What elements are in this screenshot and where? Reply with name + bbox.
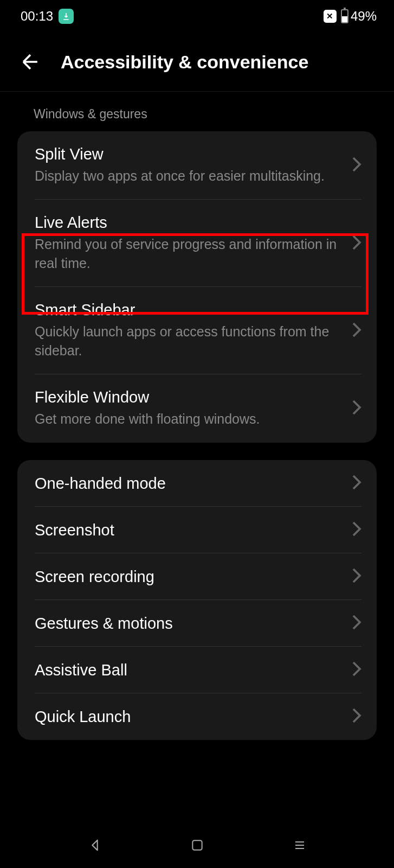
- chevron-right-icon: [352, 521, 361, 539]
- item-description: Display two apps at once for easier mult…: [35, 167, 341, 186]
- nav-back-button[interactable]: [84, 834, 106, 856]
- chevron-right-icon: [352, 322, 361, 340]
- page-title: Accessibility & convenience: [61, 52, 308, 73]
- item-title: Smart Sidebar: [35, 301, 341, 319]
- download-icon: [59, 9, 74, 24]
- item-description: Remind you of service progress and infor…: [35, 235, 341, 273]
- item-title: Screenshot: [35, 521, 341, 539]
- card-windows-gestures: Split View Display two apps at once for …: [17, 131, 377, 443]
- chevron-right-icon: [352, 156, 361, 175]
- item-title: Live Alerts: [35, 214, 341, 232]
- battery-icon: [341, 9, 348, 23]
- chevron-right-icon: [352, 661, 361, 679]
- item-screenshot[interactable]: Screenshot: [17, 507, 377, 553]
- item-flexible-window[interactable]: Flexible Window Get more done with float…: [17, 374, 377, 443]
- nav-home-button[interactable]: [186, 834, 208, 856]
- battery-indicator: 49%: [341, 9, 377, 24]
- section-label-windows: Windows & gestures: [0, 92, 394, 131]
- item-description: Quickly launch apps or access functions …: [35, 322, 341, 360]
- page-header: Accessibility & convenience: [0, 33, 394, 92]
- nav-recent-button[interactable]: [289, 834, 311, 856]
- item-title: Assistive Ball: [35, 661, 341, 679]
- chevron-right-icon: [352, 614, 361, 633]
- status-time: 00:13: [21, 9, 53, 24]
- navigation-bar: [0, 822, 394, 868]
- item-title: Gestures & motions: [35, 615, 341, 633]
- item-assistive-ball[interactable]: Assistive Ball: [17, 647, 377, 693]
- item-split-view[interactable]: Split View Display two apps at once for …: [17, 131, 377, 200]
- status-left: 00:13: [21, 9, 74, 24]
- item-quick-launch[interactable]: Quick Launch: [17, 693, 377, 740]
- item-one-handed-mode[interactable]: One-handed mode: [17, 460, 377, 507]
- item-title: One-handed mode: [35, 475, 341, 493]
- chevron-right-icon: [352, 707, 361, 726]
- no-sim-icon: ✕: [324, 10, 337, 23]
- battery-text: 49%: [351, 9, 377, 24]
- chevron-right-icon: [352, 234, 361, 253]
- svg-rect-0: [192, 840, 202, 850]
- item-live-alerts[interactable]: Live Alerts Remind you of service progre…: [17, 200, 377, 287]
- item-gestures-motions[interactable]: Gestures & motions: [17, 600, 377, 647]
- status-right: ✕ 49%: [324, 9, 377, 24]
- back-button[interactable]: [17, 49, 43, 75]
- item-title: Screen recording: [35, 568, 341, 586]
- chevron-right-icon: [352, 399, 361, 418]
- status-bar: 00:13 ✕ 49%: [0, 0, 394, 33]
- item-title: Flexible Window: [35, 388, 341, 406]
- item-screen-recording[interactable]: Screen recording: [17, 553, 377, 600]
- chevron-right-icon: [352, 474, 361, 493]
- item-smart-sidebar[interactable]: Smart Sidebar Quickly launch apps or acc…: [17, 287, 377, 374]
- item-description: Get more done with floating windows.: [35, 410, 341, 429]
- chevron-right-icon: [352, 567, 361, 586]
- item-title: Split View: [35, 145, 341, 163]
- item-title: Quick Launch: [35, 708, 341, 726]
- card-general: One-handed mode Screenshot Screen record…: [17, 460, 377, 740]
